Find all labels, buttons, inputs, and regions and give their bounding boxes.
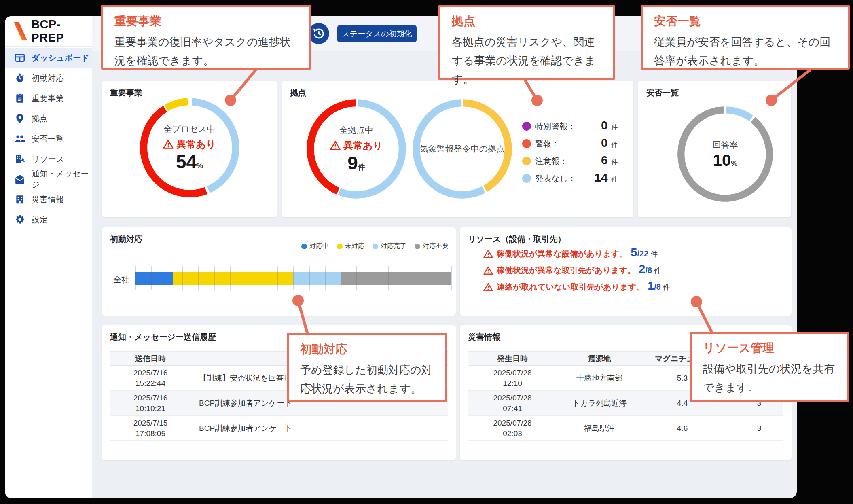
callout-resource-management: リソース管理 設備や取引先の状況を共有できます。 (690, 332, 849, 402)
legend-count: 6 件 (601, 153, 618, 167)
status-reset-button[interactable]: ステータスの初期化 (337, 25, 417, 42)
donut-center-label: 全プロセス中 (164, 123, 216, 135)
mail-icon (15, 174, 25, 184)
card-title: 重要事業 (110, 87, 142, 98)
legend-item-advisory: 注意報： 6 件 (522, 154, 619, 168)
callout-body: 従業員が安否を回答すると、その回答率が表示されます。 (654, 33, 836, 70)
app-window: BCP-PREP ダッシュボード 初動対応 重要事業 拠点 (5, 16, 797, 498)
sidebar-item-key-business[interactable]: 重要事業 (5, 88, 92, 108)
people-icon (15, 133, 25, 144)
warning-triangle-icon (163, 140, 174, 149)
donut-center-label: 全拠点中 (339, 125, 373, 136)
callout-key-business: 重要事業 重要事業の復旧率やタスクの進捗状況を確認できます。 (101, 5, 311, 70)
card-title: リソース（設備・取引先） (468, 234, 565, 245)
sidebar-item-initial-response[interactable]: 初動対応 (5, 68, 92, 88)
legend-item-warning: 警報： 0 件 (522, 137, 619, 150)
intensity: 3 (735, 416, 783, 441)
magnitude: 4.6 (642, 416, 723, 441)
building-wrench-icon (15, 154, 25, 164)
bar-row-label: 全社 (113, 274, 129, 285)
legend-count: 0 件 (601, 136, 618, 150)
sidebar-item-label: リソース (32, 154, 64, 165)
legend-item-not-needed: 対応不要 (415, 242, 449, 250)
response-rate: 10% (713, 151, 738, 169)
card-title: 通知・メッセージー送信履歴 (110, 332, 216, 343)
sidebar-item-resources[interactable]: リソース (5, 149, 92, 169)
sidebar: BCP-PREP ダッシュボード 初動対応 重要事業 拠点 (5, 16, 92, 498)
callout-body: 設備や取引先の状況を共有できます。 (703, 360, 835, 397)
weather-warning-donut-chart: 気象警報発令中の拠点 (412, 98, 513, 199)
legend-item-none: 発表なし： 14 件 (522, 172, 619, 185)
sidebar-item-label: 拠点 (32, 113, 48, 124)
card-title: 災害情報 (468, 332, 500, 343)
anomaly-status: 異常あり (163, 138, 216, 151)
card-key-business: 重要事業 全プロセス中 異常あり 54% (102, 81, 277, 217)
warning-triangle-icon (483, 266, 493, 275)
annotated-screenshot: BCP-PREP ダッシュボード 初動対応 重要事業 拠点 (0, 0, 853, 504)
sidebar-item-dashboard[interactable]: ダッシュボード (5, 48, 92, 68)
safety-response-donut-chart: 回答率 10% (677, 106, 774, 203)
sidebar-item-label: 安否一覧 (32, 133, 64, 144)
epicenter: トカラ列島近海 (561, 391, 638, 416)
callout-title: リソース管理 (703, 340, 835, 356)
process-anomaly-rate: 54% (176, 152, 203, 172)
callout-body: 予め登録した初動対応の対応状況が表示されます。 (300, 361, 434, 398)
donut-center-label: 気象警報発令中の拠点 (420, 143, 505, 155)
card-title: 拠点 (290, 87, 306, 98)
callout-title: 拠点 (452, 13, 601, 30)
history-clock-icon[interactable] (308, 23, 329, 44)
legend-dot (415, 244, 420, 249)
legend-count: 0 件 (601, 119, 618, 132)
bar-legend: 対応中 未対応 対応完了 対応不要 (301, 242, 449, 250)
bar-tick-marks (135, 266, 451, 290)
sidebar-item-label: 初動対応 (32, 73, 64, 84)
legend-item-not-handled: 未対応 (337, 242, 364, 250)
sites-anomaly-donut-chart: 全拠点中 異常あり 9件 (306, 98, 407, 199)
callout-safety-list: 安否一覧 従業員が安否を回答すると、その回答率が表示されます。 (641, 5, 850, 70)
brand-name: BCP-PREP (31, 18, 92, 44)
table-row[interactable]: 2025/07/2802:03 福島県沖 4.6 3 (468, 416, 783, 441)
sidebar-item-label: 重要事業 (32, 93, 64, 104)
sidebar-item-label: ダッシュボード (32, 53, 89, 64)
legend-count: 14 件 (594, 171, 618, 184)
card-initial-response: 初動対応 対応中 未対応 対応完了 対応不要 全社 (102, 227, 456, 316)
callout-title: 初動対応 (300, 341, 434, 358)
brand-slash-icon (14, 22, 27, 40)
resource-warning-contact: 連絡が取れていない取引先があります。 1 /8 件 (483, 279, 670, 294)
card-title: 安否一覧 (646, 87, 679, 98)
legend-dot (522, 157, 531, 165)
sent-datetime: 2025/7/1615:22:44 (118, 366, 183, 391)
dashboard-icon (15, 53, 25, 63)
warning-count: 5 (631, 246, 637, 259)
column-header-epicenter: 震源地 (561, 352, 638, 366)
legend-item-done: 対応完了 (373, 242, 406, 250)
sidebar-item-safety-list[interactable]: 安否一覧 (5, 129, 92, 149)
sidebar-item-sites[interactable]: 拠点 (5, 108, 92, 129)
sidebar-item-label: 通知・メッセージ (32, 168, 92, 190)
callout-title: 重要事業 (114, 13, 298, 30)
callout-title: 安否一覧 (654, 13, 836, 30)
sidebar-item-settings[interactable]: 設定 (5, 210, 92, 230)
card-sites: 拠点 全拠点中 異常あり 9件 気象警報発令中の拠点 特別警報： (282, 81, 633, 217)
epicenter: 十勝地方南部 (561, 366, 638, 391)
callout-body: 各拠点の災害リスクや、関連する事業の状況を確認できます。 (452, 33, 601, 89)
sidebar-item-notifications[interactable]: 通知・メッセージ (5, 169, 92, 189)
warning-triangle-icon (330, 141, 341, 150)
legend-dot (522, 139, 531, 148)
warning-count: 2 (639, 263, 645, 276)
warning-triangle-icon (483, 283, 493, 292)
callout-body: 重要事業の復旧率やタスクの進捗状況を確認できます。 (114, 33, 298, 70)
sidebar-item-disaster-info[interactable]: 災害情報 (5, 189, 92, 210)
legend-item-in-progress: 対応中 (301, 242, 329, 250)
building-alert-icon (15, 194, 25, 205)
column-header-occurred-at: 発生日時 (476, 352, 549, 366)
legend-item-special-warning: 特別警報： 0 件 (522, 119, 619, 133)
occurred-datetime: 2025/07/2802:03 (476, 416, 549, 441)
card-safety-list: 安否一覧 回答率 10% (638, 81, 791, 217)
legend-dot (522, 174, 531, 183)
sidebar-item-label: 災害情報 (32, 194, 64, 205)
clipboard-icon (15, 93, 25, 104)
table-row[interactable]: 2025/7/1517:08:05 BCP訓練参加者アンケート (110, 416, 448, 441)
warning-triangle-icon (483, 250, 493, 258)
column-header-sent-at: 送信日時 (118, 352, 183, 366)
